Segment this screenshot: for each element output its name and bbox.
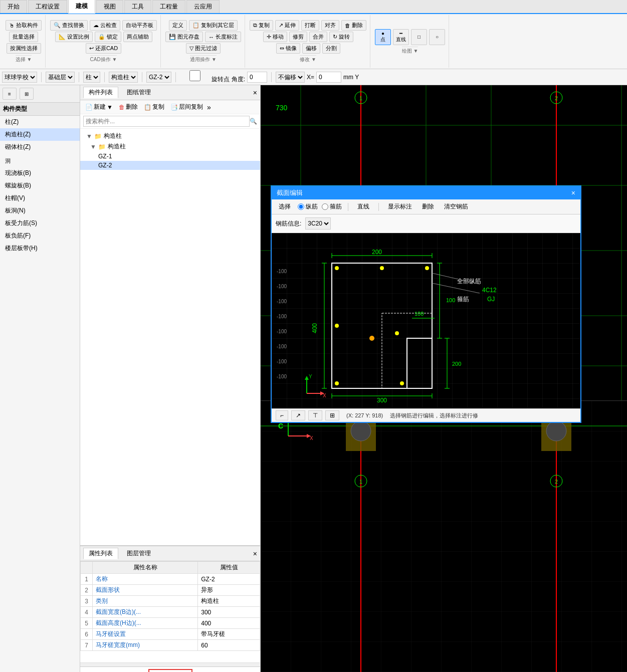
section-edit-btn[interactable]: 截面编辑 xyxy=(148,669,192,672)
draw-rect-btn[interactable]: □ xyxy=(411,29,427,45)
se-select-btn[interactable]: 选择 xyxy=(276,201,294,212)
copy-other-floor-btn[interactable]: 📋 复制到其它层 xyxy=(189,20,238,31)
se-straight-btn[interactable]: 直线 xyxy=(354,201,372,212)
drawing-mgmt-tab[interactable]: 图纸管理 xyxy=(121,87,156,98)
grid-view-btn[interactable]: ⊞ xyxy=(20,88,34,100)
element-save-btn[interactable]: 💾 图元存盘 xyxy=(165,32,203,42)
offset-select[interactable]: 不偏移 xyxy=(276,72,305,83)
element-filter-btn[interactable]: ▽ 图元过滤 xyxy=(186,43,221,54)
define-btn[interactable]: 定义 xyxy=(169,20,187,31)
move-btn[interactable]: ✛ 移动 xyxy=(263,32,287,42)
attr-panel-close-btn[interactable]: × xyxy=(253,550,257,558)
search-icon[interactable]: 🔍 xyxy=(250,118,257,125)
extend-btn[interactable]: ↗ 延伸 xyxy=(275,20,299,31)
rebar-select[interactable]: 3C20 xyxy=(305,217,331,230)
type-slab-hole[interactable]: 板洞(N) xyxy=(0,204,80,217)
property-select-btn[interactable]: 按属性选择 xyxy=(7,43,41,54)
section-editor-close-btn[interactable]: × xyxy=(571,189,575,197)
tree-node-constructive-col-sub[interactable]: ▼ 📁 构造柱 xyxy=(80,141,260,152)
se-stirrup-radio[interactable] xyxy=(322,203,328,210)
more-btn[interactable]: » xyxy=(207,103,211,111)
comp-panel-close-btn[interactable]: × xyxy=(253,89,257,97)
list-view-btn[interactable]: ≡ xyxy=(3,88,17,100)
copy-modify-btn[interactable]: ⧉ 复制 xyxy=(250,20,273,31)
se-delete-btn[interactable]: 删除 xyxy=(419,201,437,212)
batch-select-btn[interactable]: 批量选择 xyxy=(9,32,38,42)
search-input[interactable] xyxy=(83,116,250,127)
find-replace-btn[interactable]: 🔍 查找替换 xyxy=(50,20,88,31)
rect-icon: □ xyxy=(417,34,421,40)
tree-node-constructive-col-root[interactable]: ▼ 📁 构造柱 xyxy=(80,131,260,141)
type-slab-rebar[interactable]: 板受力筋(S) xyxy=(0,217,80,230)
se-show-label-btn[interactable]: 显示标注 xyxy=(385,201,415,212)
restore-cad-btn[interactable]: ↩ 还原CAD xyxy=(86,43,121,54)
trim-btn[interactable]: 修剪 xyxy=(289,32,307,42)
scale-icon: 📐 xyxy=(59,34,66,40)
se-longitudinal-radio[interactable] xyxy=(298,203,304,210)
se-footer-btn2[interactable]: ↗ xyxy=(291,410,305,420)
two-point-assist-btn[interactable]: 两点辅助 xyxy=(123,32,152,42)
svg-text:4C12: 4C12 xyxy=(482,287,497,294)
type-constructive-column[interactable]: 构造柱(Z) xyxy=(0,128,80,141)
tab-engineering-settings[interactable]: 工程设置 xyxy=(28,0,67,13)
project-select[interactable]: 球球学校 xyxy=(2,72,37,83)
attr-scrollbar[interactable] xyxy=(80,662,260,666)
delete-btn[interactable]: 🗑 删除 xyxy=(341,20,366,31)
line-icon: ━ xyxy=(399,31,402,36)
element-name-select[interactable]: GZ-2 xyxy=(146,72,171,83)
set-scale-btn[interactable]: 📐 设置比例 xyxy=(55,32,93,42)
length-label-btn[interactable]: ↔ 长度标注 xyxy=(205,32,241,42)
comp-list-tab[interactable]: 构件列表 xyxy=(83,87,118,98)
attr-list-tab[interactable]: 属性列表 xyxy=(83,548,118,559)
rotate-modify-btn[interactable]: ↻ 旋转 xyxy=(329,32,353,42)
type-floor-band[interactable]: 楼层板带(H) xyxy=(0,242,80,255)
copy-comp-btn[interactable]: 📋 复制 xyxy=(142,102,166,112)
type-slab-neg-rebar[interactable]: 板负筋(F) xyxy=(0,230,80,242)
delete-comp-btn[interactable]: 🗑 删除 xyxy=(117,102,140,112)
bottom-canvas[interactable]: C Y X 1 2 xyxy=(261,401,627,672)
se-clear-rebar-btn[interactable]: 清空钢筋 xyxy=(441,201,471,212)
type-masonry-column[interactable]: 砌体柱(Z) xyxy=(0,141,80,153)
se-footer-btn1[interactable]: ⌐ xyxy=(276,410,288,420)
lock-btn[interactable]: 🔒 锁定 xyxy=(95,32,121,42)
type-column-cap[interactable]: 柱帽(V) xyxy=(0,192,80,204)
floor-copy-btn[interactable]: 📑 层间复制 xyxy=(168,102,205,112)
type-cast-slab[interactable]: 现浇板(B) xyxy=(0,167,80,179)
element-type-select[interactable]: 柱 xyxy=(83,72,100,83)
split-btn[interactable]: 分割 xyxy=(322,43,340,54)
tab-cloud[interactable]: 云应用 xyxy=(186,0,220,13)
tab-modeling[interactable]: 建模 xyxy=(68,0,95,14)
mirror-btn[interactable]: ⇔ 镜像 xyxy=(276,43,300,54)
se-footer-btn4[interactable]: ⊞ xyxy=(325,410,339,420)
section-canvas[interactable]: -100 -100 -100 -100 -100 -100 -100 -100 xyxy=(272,233,580,408)
new-comp-btn[interactable]: 📄 新建 ▼ xyxy=(83,102,115,112)
tab-start[interactable]: 开始 xyxy=(0,0,27,13)
tab-quantity[interactable]: 工程量 xyxy=(152,0,185,13)
cloud-check-btn[interactable]: ☁ 云检查 xyxy=(90,20,120,31)
tree-node-gz2[interactable]: GZ-2 xyxy=(80,161,260,170)
tab-tools[interactable]: 工具 xyxy=(124,0,151,13)
element-subtype-select[interactable]: 构造柱 xyxy=(109,72,138,83)
x-input[interactable] xyxy=(316,72,341,83)
align-btn[interactable]: 对齐 xyxy=(321,20,339,31)
rotate-checkbox[interactable] xyxy=(180,70,210,81)
break-btn[interactable]: 打断 xyxy=(301,20,319,31)
draw-line-btn[interactable]: ━ 直线 xyxy=(393,29,409,45)
draw-point-btn[interactable]: ● 点 xyxy=(375,29,391,45)
draw-circle-btn[interactable]: ○ xyxy=(429,29,445,45)
type-column[interactable]: 柱(Z) xyxy=(0,116,80,128)
floor-select[interactable]: 基础层 xyxy=(46,72,75,83)
rotate-angle-input[interactable] xyxy=(247,72,267,83)
se-sep1 xyxy=(348,203,348,211)
layer-mgmt-tab[interactable]: 图层管理 xyxy=(121,548,156,559)
svg-text:1: 1 xyxy=(359,95,362,101)
svg-text:2: 2 xyxy=(555,95,558,101)
type-spiral-slab[interactable]: 螺旋板(B) xyxy=(0,179,80,192)
auto-align-btn[interactable]: 自动平齐板 xyxy=(122,20,157,31)
tree-node-gz1[interactable]: GZ-1 xyxy=(80,152,260,161)
merge-btn[interactable]: 合并 xyxy=(309,32,327,42)
pick-element-btn[interactable]: 🖱 拾取构件 xyxy=(6,20,42,31)
tab-view[interactable]: 视图 xyxy=(96,0,123,13)
offset-btn[interactable]: 偏移 xyxy=(302,43,320,54)
se-footer-btn3[interactable]: ⊤ xyxy=(308,410,322,420)
